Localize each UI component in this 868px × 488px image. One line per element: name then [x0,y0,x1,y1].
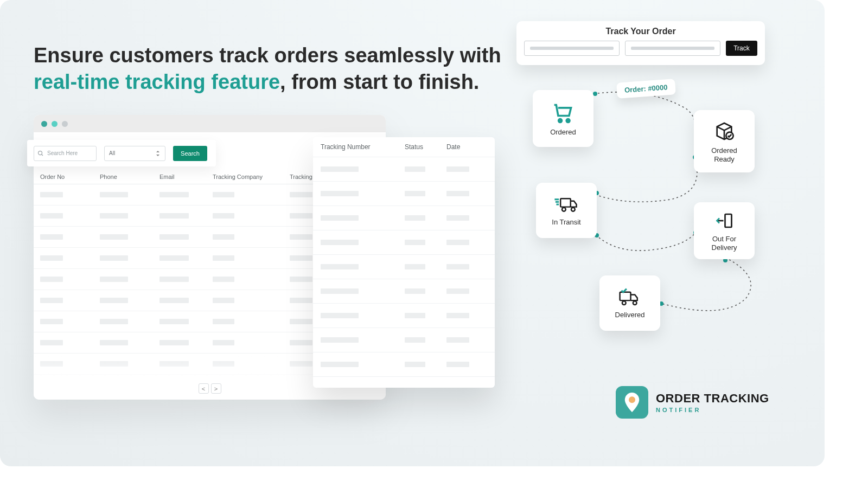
lifecycle-card-ordered: Ordered [533,90,593,147]
table-row [313,304,495,328]
col-phone: Phone [100,174,159,180]
tracker-title: Track Your Order [524,27,757,36]
table-row [313,328,495,352]
track-order-widget: Track Your Order Track [516,21,765,65]
col-order-no: Order No [40,174,100,180]
track-button[interactable]: Track [726,41,757,56]
svg-line-1 [42,154,43,156]
pager-next[interactable]: > [211,383,221,394]
search-icon [37,150,44,157]
brand-text: ORDER TRACKING NOTIFIER [656,391,769,413]
tracker-input-1[interactable] [524,41,620,56]
headline-accent: real-time tracking feature [34,70,280,93]
traffic-light-min-icon [52,121,58,127]
svg-rect-5 [560,198,571,207]
search-input[interactable]: Search Here [34,146,97,161]
traffic-light-close-icon [41,121,47,127]
chevron-sort-icon [156,151,161,156]
svg-point-2 [559,119,562,122]
lifecycle-label: Ordered Ready [711,146,737,163]
brand-subtitle: NOTIFIER [656,407,769,413]
lifecycle-label: Out For Delivery [712,235,737,252]
headline-tail: , from start to finish. [280,70,479,93]
svg-point-0 [39,151,42,155]
svg-point-6 [562,208,566,211]
table-row [313,206,495,230]
table-row [313,255,495,279]
cart-icon [551,102,575,124]
brand-icon [616,386,648,419]
lifecycle-label: Ordered [550,128,576,137]
table-row [313,352,495,377]
col-status: Status [405,143,446,151]
order-badge: Order: #0000 [616,79,675,98]
svg-point-3 [566,119,570,122]
table-row [313,157,495,182]
lifecycle-card-delivered: Delivered [599,275,660,331]
svg-rect-12 [620,292,631,300]
lifecycle-label: In Transit [552,218,580,227]
connector-1 [593,92,697,163]
col-email: Email [159,174,213,180]
svg-point-7 [571,208,575,211]
tracking-details-panel: Tracking Number Status Date [313,137,495,388]
table-row [313,182,495,206]
connector-3 [596,230,704,255]
filter-value: All [109,150,115,156]
col-tracking-company: Tracking Company [213,174,290,180]
lifecycle-label: Delivered [615,311,645,319]
pager-prev[interactable]: < [199,383,209,394]
delivered-truck-icon [617,288,642,306]
svg-point-15 [629,396,635,403]
search-button[interactable]: Search [173,146,207,161]
col-date: Date [446,143,479,151]
connector-2 [594,163,703,211]
search-placeholder: Search Here [47,150,78,156]
filter-select[interactable]: All [104,146,165,161]
window-titlebar [34,115,386,132]
connector-4 [659,258,762,317]
lifecycle-card-ready: Ordered Ready [694,110,755,172]
traffic-light-max-icon [62,121,68,127]
marketing-canvas: Ensure customers track orders seamlessly… [0,0,825,466]
package-icon [713,120,735,142]
pager: < > [199,383,221,394]
headline-line1: Ensure customers track orders seamlessly… [34,44,501,67]
truck-icon [553,195,579,214]
table-row [313,279,495,304]
lifecycle-card-out: Out For Delivery [694,202,755,259]
tracker-input-2[interactable] [625,41,720,56]
search-toolbar: Search Here All Search [27,140,216,166]
brand: ORDER TRACKING NOTIFIER [616,386,769,419]
headline: Ensure customers track orders seamlessly… [34,42,501,95]
connector-dot [593,92,597,96]
table-row [313,230,495,255]
svg-point-13 [622,301,626,305]
svg-point-14 [633,301,637,305]
door-delivery-icon [714,211,734,230]
col-tracking-number: Tracking Number [321,143,405,151]
svg-rect-11 [725,214,732,227]
brand-title: ORDER TRACKING [656,391,769,406]
lifecycle-card-transit: In Transit [536,183,597,238]
details-header: Tracking Number Status Date [313,137,495,157]
